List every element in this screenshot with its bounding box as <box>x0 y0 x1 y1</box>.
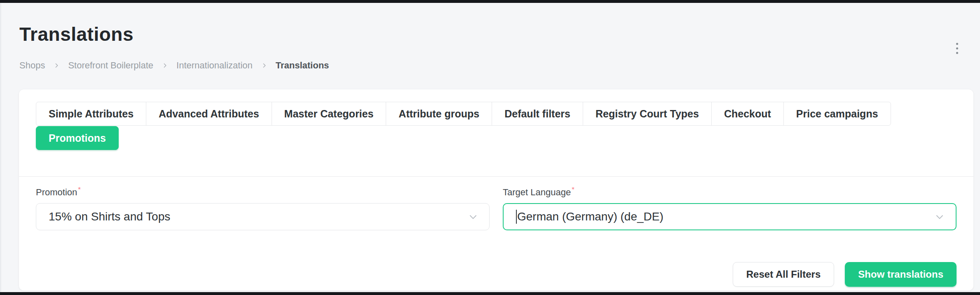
breadcrumb: Shops Storefront Boilerplate Internation… <box>19 60 961 71</box>
promotion-label: Promotion* <box>36 186 490 198</box>
breadcrumb-item-shops[interactable]: Shops <box>19 60 45 71</box>
tab-checkout[interactable]: Checkout <box>711 102 784 126</box>
tab-registry-court-types[interactable]: Registry Court Types <box>583 102 712 126</box>
promotion-label-text: Promotion <box>36 187 77 197</box>
promotion-field: Promotion* 15% on Shirts and Tops <box>36 186 490 230</box>
chevron-down-icon[interactable] <box>934 211 945 222</box>
show-translations-button[interactable]: Show translations <box>845 262 957 287</box>
promotion-select[interactable]: 15% on Shirts and Tops <box>36 203 490 230</box>
tab-master-categories[interactable]: Master Categories <box>272 102 387 126</box>
tab-attribute-groups[interactable]: Attribute groups <box>386 102 492 126</box>
filter-form: Promotion* 15% on Shirts and Tops Target… <box>36 186 957 230</box>
chevron-right-icon <box>53 62 60 69</box>
page-title: Translations <box>19 23 961 45</box>
card-divider <box>19 176 973 177</box>
breadcrumb-current: Translations <box>276 60 329 71</box>
kebab-menu-icon[interactable] <box>948 38 966 58</box>
required-asterisk: * <box>572 186 574 194</box>
page-header: Translations Shops Storefront Boilerplat… <box>1 3 980 71</box>
text-caret <box>516 210 517 224</box>
tab-default-filters[interactable]: Default filters <box>492 102 583 126</box>
required-asterisk: * <box>78 186 81 194</box>
tab-bar: Simple Attributes Advanced Attributes Ma… <box>36 102 957 150</box>
tab-promotions-active[interactable]: Promotions <box>36 126 119 150</box>
page: Translations Shops Storefront Boilerplat… <box>0 3 980 292</box>
top-edge-bar <box>0 0 980 3</box>
target-language-select[interactable]: German (Germany) (de_DE) <box>503 203 957 230</box>
breadcrumb-item-storefront-boilerplate[interactable]: Storefront Boilerplate <box>68 60 153 71</box>
chevron-right-icon <box>261 62 267 69</box>
action-button-row: Reset All Filters Show translations <box>36 262 957 287</box>
promotion-select-value: 15% on Shirts and Tops <box>49 210 170 223</box>
tab-price-campaigns[interactable]: Price campaigns <box>783 102 891 126</box>
chevron-right-icon <box>162 62 168 69</box>
breadcrumb-item-internationalization[interactable]: Internationalization <box>176 60 253 71</box>
target-language-label: Target Language* <box>503 186 957 198</box>
target-language-field: Target Language* German (Germany) (de_DE… <box>503 186 957 230</box>
reset-all-filters-button[interactable]: Reset All Filters <box>733 262 835 287</box>
tab-advanced-attributes[interactable]: Advanced Attributes <box>146 102 272 126</box>
bottom-edge-bar <box>0 292 980 295</box>
target-language-select-value: German (Germany) (de_DE) <box>517 210 663 223</box>
target-language-label-text: Target Language <box>503 187 571 197</box>
tab-simple-attributes[interactable]: Simple Attributes <box>36 102 146 126</box>
content-card: Simple Attributes Advanced Attributes Ma… <box>19 89 973 290</box>
chevron-down-icon[interactable] <box>468 211 478 222</box>
